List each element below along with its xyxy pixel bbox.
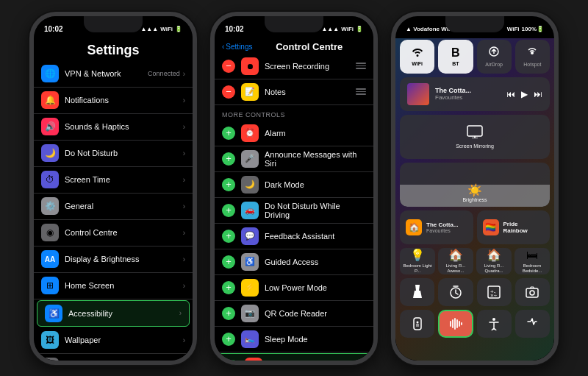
- alarm-label: Alarm: [265, 129, 366, 138]
- settings-item-accessibility[interactable]: ♿ Accessibility ›: [37, 300, 190, 327]
- bottom-tools-row: +-×÷: [395, 278, 554, 306]
- screen-recording-icon: ⏺: [241, 57, 259, 75]
- brightness-icon: ☀️: [467, 183, 482, 197]
- guided-label: Guided Access: [265, 258, 366, 266]
- cc-item-darkmode[interactable]: + 🌙 Dark Mode: [215, 172, 373, 198]
- cc-settings-screen: ‹ Settings Control Centre − ⏺ Screen Rec…: [215, 38, 373, 361]
- scene-tile-living2[interactable]: 🏠 Living R... Quadra...: [476, 248, 512, 274]
- add-dnd-driving-btn[interactable]: +: [222, 204, 235, 217]
- wifi-tile[interactable]: WiFi: [400, 40, 434, 74]
- svg-rect-7: [526, 288, 538, 297]
- cc-active-screen-recording[interactable]: − ⏺ Screen Recording: [215, 54, 373, 79]
- settings-item-dnd[interactable]: 🌙 Do Not Disturb ›: [34, 141, 193, 167]
- cc-item-announce[interactable]: + 🎤 Announce Messages with Siri: [215, 146, 373, 172]
- cc-active-notes[interactable]: − 📝 Notes: [215, 79, 373, 105]
- settings-item-vpn[interactable]: 🌐 VPN & Network Connected ›: [34, 61, 193, 88]
- add-lowpower-btn[interactable]: +: [222, 281, 235, 294]
- cc-item-guided[interactable]: + ♿ Guided Access: [215, 249, 373, 275]
- calculator-tile[interactable]: +-×÷: [477, 278, 512, 306]
- timer-tile[interactable]: [438, 278, 473, 306]
- screen-recording-label: Screen Recording: [265, 62, 356, 71]
- sound-recognition-tile[interactable]: [438, 310, 473, 338]
- homescreen-icon: ⊞: [41, 277, 59, 294]
- wifi-icon: WiFi: [160, 26, 173, 32]
- homescreen-chevron: ›: [183, 282, 185, 290]
- airdrop-label: AirDrop: [485, 62, 503, 67]
- scene-tile-bedroom-bedside[interactable]: 🛏 Bedroom Bedside...: [514, 248, 550, 274]
- brightness-tile[interactable]: ☀️ Brightness: [400, 163, 550, 207]
- bluetooth-tile[interactable]: B BT: [438, 40, 473, 74]
- add-feedback-btn[interactable]: +: [222, 230, 235, 243]
- settings-item-screentime[interactable]: ⏱ Screen Time ›: [34, 167, 193, 194]
- camera-tile[interactable]: [515, 278, 550, 306]
- settings-item-notifications[interactable]: 🔔 Notifications ›: [34, 88, 193, 114]
- add-alarm-btn[interactable]: +: [222, 127, 235, 140]
- add-darkmode-btn[interactable]: +: [222, 178, 235, 191]
- last-tools-row: [395, 310, 554, 338]
- remote-tile[interactable]: [400, 310, 434, 338]
- settings-item-general[interactable]: ⚙️ General ›: [34, 194, 193, 220]
- screen-mirror-tile[interactable]: Screen Mirroring: [400, 115, 550, 159]
- cc-item-sound-recognition[interactable]: + 🎵 Sound Recognition: [218, 353, 370, 361]
- wifi-tile-label: WiFi: [412, 61, 423, 66]
- home-tile-2[interactable]: 🏳️‍🌈 Pride Rainbow: [477, 210, 551, 244]
- play-icon[interactable]: ▶: [521, 89, 528, 99]
- rewind-icon[interactable]: ⏮: [506, 89, 515, 99]
- airdrop-tile[interactable]: AirDrop: [477, 40, 512, 74]
- cc-item-sleep[interactable]: + 🛌 Sleep Mode: [215, 327, 373, 352]
- torch-tile[interactable]: [400, 278, 434, 306]
- voice-memo-tile[interactable]: [515, 310, 550, 338]
- notifications-label: Notifications: [65, 96, 183, 104]
- cc-back-button[interactable]: ‹ Settings: [222, 43, 252, 51]
- cc-item-feedback[interactable]: + 💬 Feedback Assistant: [215, 224, 373, 249]
- media-title: The Cotta...: [435, 87, 501, 94]
- home-tile-1[interactable]: 🏠 The Cotta... Favourites: [400, 210, 473, 244]
- home-tiles-row: 🏠 The Cotta... Favourites 🏳️‍🌈 Pride Rai…: [395, 210, 554, 244]
- settings-item-controlcentre[interactable]: ◉ Control Centre ›: [34, 220, 193, 246]
- lowpower-icon: ⚡: [241, 279, 259, 297]
- add-guided-btn[interactable]: +: [222, 255, 235, 269]
- screentime-label: Screen Time: [65, 175, 183, 184]
- notes-label: Notes: [265, 88, 356, 96]
- cc-nav: ‹ Settings Control Centre: [215, 38, 373, 54]
- media-controls[interactable]: ⏮ ▶ ⏭: [506, 89, 542, 99]
- media-player-tile[interactable]: The Cotta... Favourites ⏮ ▶ ⏭: [400, 77, 550, 111]
- feedback-icon: 💬: [241, 227, 259, 245]
- svg-point-8: [530, 291, 534, 295]
- cc-item-alarm[interactable]: + ⏰ Alarm: [215, 121, 373, 146]
- add-announce-btn[interactable]: +: [222, 152, 235, 166]
- settings-item-wallpaper[interactable]: 🖼 Wallpaper ›: [34, 327, 193, 354]
- settings-item-display[interactable]: AA Display & Brightness ›: [34, 246, 193, 273]
- add-sound-rec-btn[interactable]: +: [226, 360, 239, 361]
- settings-item-siri[interactable]: 🔍 Siri & Search ›: [34, 354, 193, 361]
- add-sleep-btn[interactable]: +: [222, 333, 235, 346]
- home-text-2: Pride Rainbow: [503, 221, 545, 234]
- hotspot-tile[interactable]: Hotspot: [515, 40, 550, 74]
- cc-item-dnd-driving[interactable]: + 🚗 Do Not Disturb While Driving: [215, 198, 373, 224]
- settings-item-sounds[interactable]: 🔊 Sounds & Haptics ›: [34, 114, 193, 141]
- brightness-label: Brightness: [462, 197, 487, 202]
- scene-tile-living[interactable]: 🏠 Living R... Aweso...: [438, 248, 473, 274]
- forward-icon[interactable]: ⏭: [534, 89, 542, 99]
- home-icon-1: 🏠: [406, 219, 422, 235]
- notes-icon: 📝: [241, 83, 259, 101]
- homescreen-label: Home Screen: [65, 281, 183, 290]
- scene-icon-4: 🛏: [526, 249, 538, 262]
- cc-item-qr[interactable]: + 📷 QR Code Reader: [215, 301, 373, 327]
- scene-tile-bedroom-light[interactable]: 💡 Bedroom Light P...: [400, 248, 435, 274]
- cc-item-lowpower[interactable]: + ⚡ Low Power Mode: [215, 275, 373, 301]
- hotspot-icon: [526, 46, 538, 60]
- notif-chevron: ›: [183, 96, 185, 104]
- svg-rect-2: [467, 126, 482, 136]
- accessibility-shortcut-tile[interactable]: [477, 310, 512, 338]
- remove-screen-recording-btn[interactable]: −: [222, 60, 235, 73]
- add-qr-btn[interactable]: +: [222, 307, 235, 320]
- drag-handle-screen-recording[interactable]: [356, 63, 366, 69]
- drag-handle-notes[interactable]: [356, 88, 366, 95]
- connectivity-row: WiFi B BT AirDrop Hotspot: [395, 40, 554, 74]
- screentime-icon: ⏱: [41, 171, 59, 188]
- remove-notes-btn[interactable]: −: [222, 85, 235, 99]
- settings-item-homescreen[interactable]: ⊞ Home Screen ›: [34, 273, 193, 299]
- qr-icon: 📷: [241, 305, 259, 322]
- wifi-icon-2: WiFi: [341, 26, 354, 32]
